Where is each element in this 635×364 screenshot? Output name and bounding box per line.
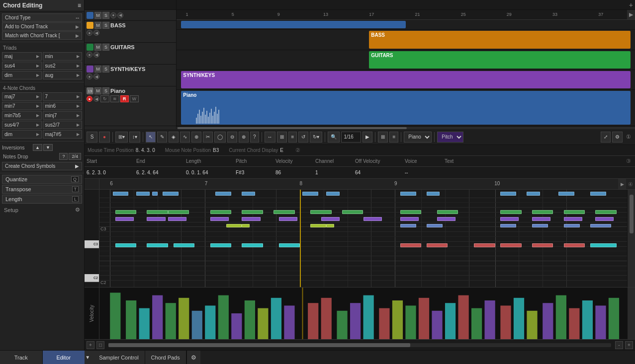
- chord-pads-btn[interactable]: Chord Pads: [145, 351, 186, 364]
- note-p4[interactable]: [210, 217, 229, 221]
- track-play-piano[interactable]: ◀: [93, 96, 99, 102]
- note-7[interactable]: [326, 192, 340, 196]
- quantize-input[interactable]: [341, 132, 361, 143]
- note-r1[interactable]: [400, 243, 421, 247]
- track-select[interactable]: Piano: [404, 132, 432, 143]
- track-block-0[interactable]: [181, 21, 406, 28]
- note-1[interactable]: [113, 192, 129, 196]
- note-b1[interactable]: [400, 224, 416, 228]
- chord-min6[interactable]: min6▶: [43, 102, 83, 110]
- add-lane-btn[interactable]: +: [87, 341, 94, 349]
- track-block-synth[interactable]: SYNTH/KEYS: [181, 71, 631, 88]
- note-r2[interactable]: [427, 243, 448, 247]
- note-10[interactable]: [500, 192, 516, 196]
- track-s-piano[interactable]: S: [102, 87, 109, 94]
- transpose-btn[interactable]: Transpose T: [2, 185, 82, 194]
- c3-key[interactable]: C3: [85, 240, 99, 248]
- note-4[interactable]: [215, 192, 231, 196]
- note-p7[interactable]: [321, 217, 340, 221]
- track-rec-synth[interactable]: ●: [87, 73, 92, 79]
- chord-sus4-7[interactable]: sus4/7▶: [2, 121, 42, 129]
- track-play-bass[interactable]: ◀: [93, 30, 99, 36]
- note-p10[interactable]: [437, 217, 455, 221]
- chord-dim[interactable]: dim▶: [2, 71, 42, 79]
- note-g9[interactable]: [400, 210, 421, 214]
- search-btn[interactable]: 🔍: [328, 132, 340, 143]
- chord-min[interactable]: min▶: [43, 52, 83, 61]
- chord-maj7s5[interactable]: maj7#5▶: [43, 130, 83, 139]
- track-s-btn-0[interactable]: S: [102, 12, 109, 19]
- sampler-control-btn[interactable]: Sampler Control: [93, 351, 145, 364]
- note-g13[interactable]: [564, 210, 585, 214]
- chord-maj7[interactable]: maj7▶: [2, 92, 42, 101]
- note-b4[interactable]: [532, 224, 548, 228]
- note-11[interactable]: [527, 192, 540, 196]
- tool-cut[interactable]: ✂: [203, 132, 213, 143]
- note-p2[interactable]: [147, 217, 165, 221]
- track-block-bass[interactable]: BASS: [369, 31, 631, 48]
- track-s-bass[interactable]: S: [102, 22, 109, 29]
- pitch-select[interactable]: Pitch: [437, 132, 463, 143]
- track-rec-guitars[interactable]: ●: [87, 52, 92, 58]
- note-5[interactable]: [242, 192, 255, 196]
- note-b2[interactable]: [427, 224, 443, 228]
- tool-erase[interactable]: ◈: [169, 132, 179, 143]
- note-g1[interactable]: [115, 210, 136, 214]
- tool-arrow[interactable]: ↖: [146, 132, 156, 143]
- note-g12[interactable]: [532, 210, 553, 214]
- add-to-chord-track-btn[interactable]: Add to Chord Track ▶: [2, 22, 82, 31]
- tool-smooth[interactable]: ∿: [180, 132, 190, 143]
- chord-sus2-7[interactable]: sus2/7▶: [43, 121, 83, 129]
- track-wave-piano[interactable]: ≋: [110, 95, 119, 102]
- track-block-piano[interactable]: Piano: [181, 91, 631, 125]
- track-w-piano[interactable]: W: [130, 95, 139, 102]
- chord-btn-toolbar[interactable]: ≡: [389, 132, 398, 143]
- note-grid[interactable]: C3 C2 ⑤ ⑥: [99, 190, 627, 287]
- note-r5[interactable]: [532, 243, 553, 247]
- rec-btn[interactable]: ●: [99, 132, 110, 143]
- settings-btn-toolbar[interactable]: ⚙: [612, 132, 623, 143]
- tool-mute[interactable]: ⊕: [239, 132, 249, 143]
- note-9[interactable]: [427, 192, 440, 196]
- chord-7[interactable]: 7▶: [43, 92, 83, 101]
- track-m-piano[interactable]: M: [94, 87, 101, 94]
- vel-minus-btn[interactable]: -: [615, 341, 623, 349]
- track-rec-0[interactable]: ●: [110, 12, 116, 18]
- note-g6[interactable]: [273, 210, 294, 214]
- note-r3[interactable]: [474, 243, 495, 247]
- track-m-btn-0[interactable]: M: [94, 12, 101, 19]
- track-scrollbar[interactable]: [177, 126, 635, 129]
- velocity-scrollbar[interactable]: [627, 288, 635, 339]
- chord-maj[interactable]: maj▶: [2, 52, 42, 61]
- note-6[interactable]: [302, 192, 318, 196]
- note-y4[interactable]: [326, 224, 334, 228]
- track-scrollbar-thumb[interactable]: [178, 127, 407, 129]
- note-c1[interactable]: [115, 243, 136, 247]
- inversions-up-btn[interactable]: ▲: [33, 144, 42, 151]
- match-chord-track-btn[interactable]: Match with Chord Track [ ▶: [2, 31, 82, 40]
- note-8[interactable]: [400, 192, 416, 196]
- create-chord-symbols-btn[interactable]: Create Chord Symbols ▶: [2, 162, 82, 170]
- track-rec-piano[interactable]: ●: [87, 96, 92, 102]
- stretch-btn[interactable]: ↔: [265, 132, 275, 143]
- vel-plus-btn[interactable]: +: [625, 341, 633, 349]
- v-scrollbar-thumb[interactable]: [630, 195, 634, 233]
- track-play-0[interactable]: ◀: [117, 12, 123, 18]
- note-g4[interactable]: [210, 210, 231, 214]
- tool-scroll[interactable]: ↕▾: [129, 132, 140, 143]
- note-selected[interactable]: [152, 192, 158, 196]
- note-g14[interactable]: [595, 210, 616, 214]
- redo-btn[interactable]: ↻▾: [310, 132, 322, 143]
- expand-btn[interactable]: ⤢: [601, 132, 611, 143]
- note-p12[interactable]: [532, 217, 550, 221]
- note-p6[interactable]: [279, 217, 297, 221]
- editor-tab[interactable]: Editor: [43, 351, 85, 364]
- note-b6[interactable]: [590, 224, 611, 228]
- note-c3[interactable]: [174, 243, 194, 247]
- chord-sus4[interactable]: sus4▶: [2, 62, 42, 70]
- chord-sus2[interactable]: sus2▶: [43, 62, 83, 70]
- chord-min7[interactable]: min7▶: [2, 102, 42, 110]
- note-r4[interactable]: [500, 243, 521, 247]
- note-p1[interactable]: [115, 217, 134, 221]
- track-m-guitars[interactable]: M: [94, 44, 101, 51]
